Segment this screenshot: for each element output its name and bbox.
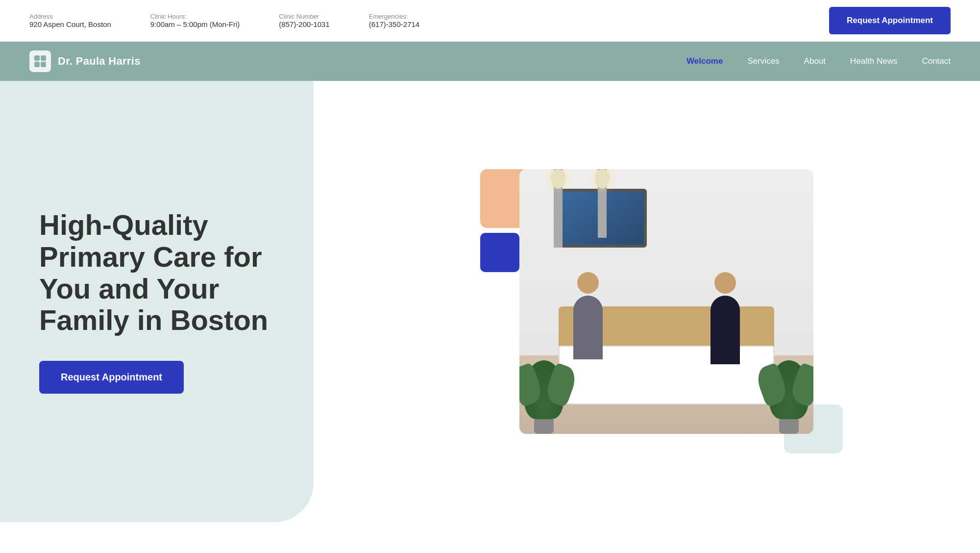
phone-value: (857)-200-1031 — [279, 20, 329, 28]
plant-left — [524, 360, 564, 434]
hero-left-panel: High-Quality Primary Care for You and Yo… — [0, 81, 314, 522]
plant-leaves-right — [769, 360, 808, 419]
person-left — [568, 272, 608, 370]
hero-right-panel — [314, 81, 980, 522]
person-left-head — [577, 272, 599, 294]
plant-pot-left — [534, 419, 554, 434]
nav-item-health-news[interactable]: Health News — [850, 56, 897, 66]
address-label: Address — [29, 13, 111, 20]
person-right-head — [714, 272, 736, 294]
nav-link-contact[interactable]: Contact — [922, 56, 951, 66]
pendant-left — [554, 169, 563, 248]
plant-leaves-left — [524, 360, 564, 419]
logo-icon — [29, 50, 51, 72]
hours-value: 9:00am – 5:00pm (Mon-Fri) — [150, 20, 240, 28]
plant-pot-right — [779, 419, 799, 434]
person-right-body — [710, 296, 740, 364]
address-value: 920 Aspen Court, Boston — [29, 20, 111, 28]
phone-label: Clinic Number — [279, 13, 329, 20]
logo-name: Dr. Paula Harris — [58, 55, 141, 68]
deco-blue-square — [480, 233, 519, 272]
hours-info: Clinic Hours: 9:00am – 5:00pm (Mon-Fri) — [150, 13, 240, 28]
emergency-value: (617)-350-2714 — [369, 20, 419, 28]
clinic-scene — [519, 169, 813, 434]
svg-rect-1 — [41, 55, 46, 61]
nav-item-welcome[interactable]: Welcome — [686, 56, 723, 66]
hours-label: Clinic Hours: — [150, 13, 240, 20]
hero-section: High-Quality Primary Care for You and Yo… — [0, 81, 980, 522]
emergency-label: Emergencies: — [369, 13, 419, 20]
nav-item-contact[interactable]: Contact — [922, 56, 951, 66]
hero-image-wrapper — [519, 169, 813, 434]
nav-link-services[interactable]: Services — [747, 56, 779, 66]
person-left-body — [573, 296, 603, 359]
pendant-right — [598, 169, 607, 238]
person-right — [706, 272, 745, 370]
address-info: Address 920 Aspen Court, Boston — [29, 13, 111, 28]
logo-svg — [33, 54, 47, 68]
svg-rect-3 — [41, 62, 46, 67]
nav-item-about[interactable]: About — [804, 56, 826, 66]
hero-heading: High-Quality Primary Care for You and Yo… — [39, 209, 274, 337]
request-appointment-top-button[interactable]: Request Appointment — [829, 7, 951, 34]
plant-right — [769, 360, 808, 434]
navbar: Dr. Paula Harris Welcome Services About … — [0, 42, 980, 81]
logo-area: Dr. Paula Harris — [29, 50, 686, 72]
top-bar: Address 920 Aspen Court, Boston Clinic H… — [0, 0, 980, 42]
nav-link-about[interactable]: About — [804, 56, 826, 66]
nav-links: Welcome Services About Health News Conta… — [686, 56, 951, 66]
phone-info: Clinic Number (857)-200-1031 — [279, 13, 329, 28]
nav-item-services[interactable]: Services — [747, 56, 779, 66]
request-appointment-hero-button[interactable]: Request Appointment — [39, 361, 184, 394]
emergency-info: Emergencies: (617)-350-2714 — [369, 13, 419, 28]
nav-link-health-news[interactable]: Health News — [850, 56, 897, 66]
svg-rect-2 — [34, 62, 40, 67]
svg-rect-0 — [34, 55, 40, 61]
nav-link-welcome[interactable]: Welcome — [686, 56, 723, 66]
clinic-photo — [519, 169, 813, 434]
